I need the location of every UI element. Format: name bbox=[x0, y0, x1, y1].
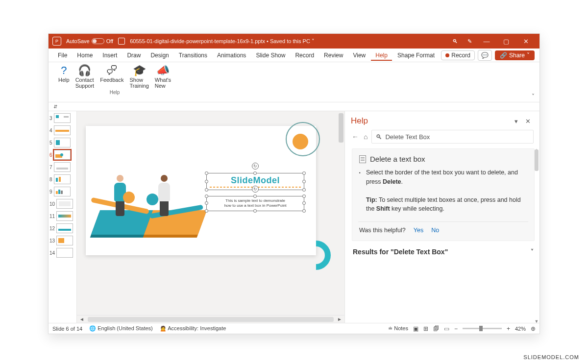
scroll-left-icon[interactable]: ◄ bbox=[78, 315, 86, 323]
resize-handle[interactable] bbox=[205, 171, 208, 175]
tab-design[interactable]: Design bbox=[146, 50, 173, 61]
autosave-toggle[interactable]: AutoSave Off bbox=[66, 38, 113, 44]
tab-view[interactable]: View bbox=[348, 50, 370, 61]
slide-thumb[interactable] bbox=[54, 125, 71, 135]
slide-thumb[interactable] bbox=[54, 174, 71, 184]
resize-handle[interactable] bbox=[205, 188, 208, 192]
results-header[interactable]: Results for "Delete Text Box" ˅ bbox=[353, 248, 534, 256]
resize-handle[interactable] bbox=[253, 171, 257, 175]
accessibility-status[interactable]: 🙍 Accessibility: Investigate bbox=[160, 325, 226, 332]
autosave-label: AutoSave bbox=[66, 38, 90, 44]
tab-animations[interactable]: Animations bbox=[213, 50, 250, 61]
slide-thumb[interactable] bbox=[56, 248, 73, 258]
zoom-in-button[interactable]: + bbox=[507, 325, 510, 332]
slide-thumb[interactable] bbox=[54, 162, 71, 172]
slide[interactable]: ↻ SlideModel ↻ This is sample text to de… bbox=[86, 126, 316, 255]
sorter-view-button[interactable]: ⊞ bbox=[423, 325, 428, 332]
tab-home[interactable]: Home bbox=[73, 50, 97, 61]
rotate-handle-icon[interactable]: ↻ bbox=[252, 163, 259, 170]
contact-support-button[interactable]: 🎧ContactSupport bbox=[73, 64, 98, 89]
main-area: 3 4 5 6 7 8 9 10 11 12 13 14 bbox=[49, 111, 539, 323]
resize-handle[interactable] bbox=[302, 209, 306, 213]
help-search-input[interactable]: 🔍︎ Delete Text Box bbox=[371, 130, 534, 144]
zoom-level[interactable]: 42% bbox=[515, 326, 526, 332]
slide-thumb[interactable] bbox=[56, 199, 73, 209]
notes-button[interactable]: ≐ Notes bbox=[388, 325, 408, 332]
textbox-selected[interactable]: ↻ This is sample text to demonstratehow … bbox=[206, 196, 304, 211]
resize-handle[interactable] bbox=[302, 171, 306, 175]
share-button[interactable]: 🔗 Share ˅ bbox=[495, 50, 535, 60]
tab-insert[interactable]: Insert bbox=[98, 50, 122, 61]
autosave-state: Off bbox=[106, 38, 113, 44]
normal-view-button[interactable]: ▣ bbox=[413, 325, 418, 332]
resize-handle[interactable] bbox=[253, 194, 257, 198]
resize-handle[interactable] bbox=[205, 194, 208, 198]
fit-view-button[interactable]: ⊕ bbox=[531, 325, 536, 332]
tab-shape-format[interactable]: Shape Format bbox=[393, 50, 439, 61]
zoom-slider[interactable] bbox=[463, 328, 502, 329]
tab-review[interactable]: Review bbox=[319, 50, 347, 61]
slide-thumb[interactable] bbox=[54, 187, 71, 196]
scroll-right-icon[interactable]: ► bbox=[336, 315, 343, 323]
pane-close-button[interactable]: ✕ bbox=[522, 118, 534, 125]
close-button[interactable]: ✕ bbox=[516, 34, 536, 49]
help-scrollbar[interactable]: ▲▼ bbox=[534, 148, 539, 323]
help-step: Select the border of the text box you wa… bbox=[359, 168, 527, 187]
ink-icon[interactable]: ✎ bbox=[462, 38, 477, 45]
help-button[interactable]: ?Help bbox=[55, 64, 73, 89]
show-training-button[interactable]: 🎓ShowTraining bbox=[126, 64, 151, 89]
language-status[interactable]: 🌐 English (United States) bbox=[89, 325, 153, 332]
slide-position[interactable]: Slide 6 of 14 bbox=[52, 326, 82, 332]
minimize-button[interactable]: — bbox=[477, 34, 496, 49]
tab-transitions[interactable]: Transitions bbox=[174, 50, 212, 61]
slide-thumb[interactable] bbox=[56, 211, 73, 221]
plug-shape bbox=[147, 194, 158, 205]
resize-handle[interactable] bbox=[253, 209, 257, 213]
slide-thumb[interactable] bbox=[56, 236, 73, 245]
document-title[interactable]: 60555-01-digital-divide-powerpoint-templ… bbox=[130, 38, 315, 45]
resize-handle[interactable] bbox=[205, 180, 208, 183]
reading-view-button[interactable]: 🗐 bbox=[433, 325, 439, 332]
thumbnail-rail[interactable]: 3 4 5 6 7 8 9 10 11 12 13 14 bbox=[49, 111, 77, 323]
feedback-button[interactable]: 🗪Feedback bbox=[97, 64, 126, 89]
feedback-no-link[interactable]: No bbox=[431, 227, 439, 234]
thumb-num: 12 bbox=[49, 226, 55, 231]
resize-handle[interactable] bbox=[302, 180, 306, 183]
tab-slideshow[interactable]: Slide Show bbox=[251, 50, 290, 61]
feedback-yes-link[interactable]: Yes bbox=[414, 227, 423, 234]
comments-button[interactable]: 💬 bbox=[478, 50, 492, 61]
search-icon[interactable]: 🔍︎ bbox=[447, 38, 462, 44]
slideshow-view-button[interactable]: ▭ bbox=[444, 325, 449, 332]
record-button[interactable]: Record bbox=[441, 50, 475, 60]
ribbon-group-help: ?Help 🎧ContactSupport 🗪Feedback 🎓ShowTra… bbox=[53, 64, 176, 100]
resize-handle[interactable] bbox=[205, 201, 208, 205]
resize-handle[interactable] bbox=[205, 209, 208, 213]
horizontal-scrollbar[interactable]: ◄ ► bbox=[77, 315, 344, 323]
ribbon-collapse-button[interactable]: ˅ bbox=[532, 93, 535, 100]
back-button[interactable]: ← bbox=[351, 132, 360, 142]
save-icon[interactable] bbox=[118, 38, 125, 45]
maximize-button[interactable]: ▢ bbox=[496, 34, 516, 49]
slide-thumb[interactable] bbox=[54, 113, 71, 123]
resize-handle[interactable] bbox=[302, 194, 306, 198]
whats-new-button[interactable]: 📣What'sNew bbox=[152, 64, 174, 89]
rotate-handle-icon[interactable]: ↻ bbox=[252, 186, 259, 193]
home-button[interactable]: ⌂ bbox=[363, 132, 368, 142]
tab-record[interactable]: Record bbox=[291, 50, 318, 61]
resize-handle[interactable] bbox=[302, 201, 306, 205]
slide-thumb[interactable] bbox=[56, 223, 73, 233]
slide-thumb[interactable] bbox=[54, 138, 71, 147]
tab-help[interactable]: Help bbox=[371, 50, 392, 61]
resize-handle[interactable] bbox=[302, 188, 306, 192]
ribbon-group-label: Help bbox=[110, 90, 120, 95]
vertical-scrollbar[interactable] bbox=[338, 111, 344, 315]
chevron-down-icon[interactable]: ⇵ bbox=[53, 104, 57, 109]
slide-canvas[interactable]: ↻ SlideModel ↻ This is sample text to de… bbox=[77, 111, 344, 315]
tab-draw[interactable]: Draw bbox=[122, 50, 145, 61]
tab-file[interactable]: File bbox=[53, 50, 72, 61]
zoom-out-button[interactable]: − bbox=[454, 325, 458, 332]
thumb-num: 3 bbox=[49, 116, 52, 121]
slide-thumb-selected[interactable] bbox=[54, 150, 71, 160]
pane-options-button[interactable]: ▾ bbox=[510, 118, 522, 125]
scroll-thumb[interactable] bbox=[88, 317, 334, 322]
